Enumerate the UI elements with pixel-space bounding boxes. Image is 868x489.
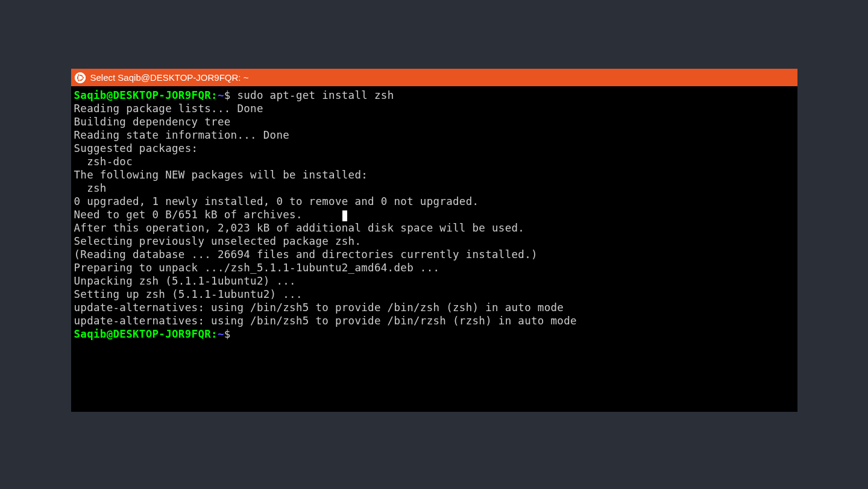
prompt-path: ~ [218, 89, 224, 101]
prompt-dollar: $ [224, 89, 231, 101]
prompt-dollar: $ [224, 328, 231, 340]
svg-point-3 [77, 74, 79, 75]
output-line: 0 upgraded, 1 newly installed, 0 to remo… [74, 195, 794, 208]
ubuntu-icon [75, 72, 86, 83]
window-title: Select Saqib@DESKTOP-JOR9FQR: ~ [90, 72, 249, 83]
prompt-userhost: Saqib@DESKTOP-JOR9FQR: [74, 328, 218, 340]
output-line: update-alternatives: using /bin/zsh5 to … [74, 314, 794, 327]
svg-point-4 [77, 79, 79, 81]
output-line: After this operation, 2,023 kB of additi… [74, 221, 794, 235]
prompt-userhost: Saqib@DESKTOP-JOR9FQR: [74, 89, 218, 101]
titlebar[interactable]: Select Saqib@DESKTOP-JOR9FQR: ~ [71, 69, 797, 86]
prompt-path: ~ [218, 328, 224, 340]
cursor-icon [342, 210, 347, 221]
output-line: zsh [74, 181, 794, 195]
output-line: Need to get 0 B/651 kB of archives. [74, 208, 794, 221]
svg-point-2 [82, 77, 84, 78]
output-line: Building dependency tree [74, 115, 794, 128]
terminal-body[interactable]: Saqib@DESKTOP-JOR9FQR:~$ sudo apt-get in… [71, 86, 797, 412]
output-line: Unpacking zsh (5.1.1-1ubuntu2) ... [74, 274, 794, 288]
prompt-line: Saqib@DESKTOP-JOR9FQR:~$ [74, 327, 794, 341]
output-line: Reading state information... Done [74, 128, 794, 142]
output-line: Preparing to unpack .../zsh_5.1.1-1ubunt… [74, 261, 794, 274]
terminal-window: Select Saqib@DESKTOP-JOR9FQR: ~ Saqib@DE… [71, 69, 797, 412]
output-line: zsh-doc [74, 155, 794, 168]
output-line: Setting up zsh (5.1.1-1ubuntu2) ... [74, 288, 794, 301]
output-line: update-alternatives: using /bin/zsh5 to … [74, 301, 794, 314]
output-line: Selecting previously unselected package … [74, 235, 794, 248]
output-line: Reading package lists... Done [74, 102, 794, 115]
output-line: The following NEW packages will be insta… [74, 168, 794, 181]
command-text: sudo apt-get install zsh [231, 89, 394, 101]
prompt-line: Saqib@DESKTOP-JOR9FQR:~$ sudo apt-get in… [74, 89, 794, 102]
output-line: Suggested packages: [74, 142, 794, 155]
output-line: (Reading database ... 26694 files and di… [74, 248, 794, 261]
